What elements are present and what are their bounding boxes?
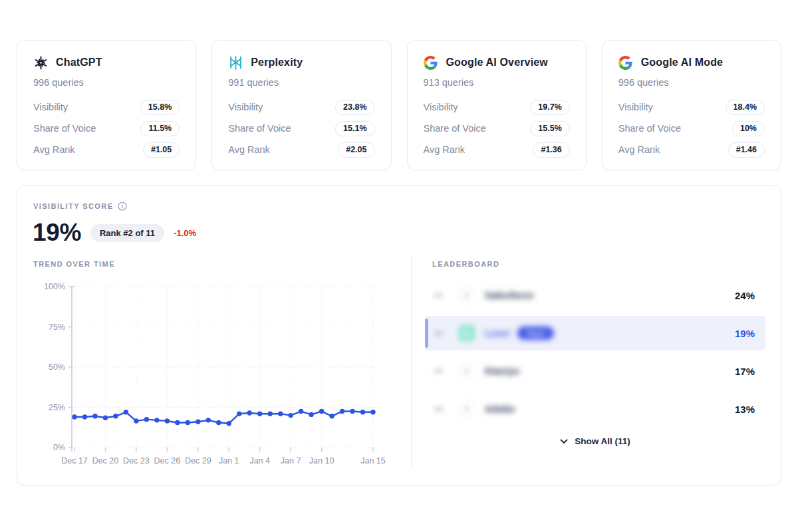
metric-value-pill: 15.1% [335,121,374,136]
visibility-value: 24% [735,290,755,301]
trend-over-time-label: TREND OVER TIME [33,260,396,268]
rank-label: #2 [434,329,458,337]
metric-value-pill: #1.05 [143,142,180,158]
visibility-score-header: VISIBILITY SCORE [33,201,127,211]
svg-text:Dec 17: Dec 17 [61,456,88,466]
metric-row: Share of Voice 11.5% [33,120,180,136]
svg-text:Jan 10: Jan 10 [309,456,334,466]
metric-row: Visibility 19.7% [424,99,570,115]
leaderboard-rows: #1 S Salesforce 24% #2 L Laser Yours 19%… [425,278,765,426]
google-icon [424,55,438,70]
company-avatar: L [458,325,475,342]
metric-value-pill: 23.8% [335,100,374,115]
svg-text:Dec 29: Dec 29 [185,456,211,466]
svg-text:0%: 0% [53,443,65,452]
svg-text:Dec 23: Dec 23 [123,456,150,466]
info-icon[interactable] [118,201,127,211]
leaderboard-row-3[interactable]: #3 K Klaviyo 17% [425,354,765,388]
rank-label: #4 [434,405,458,413]
card-perplexity-header: Perplexity [228,55,374,70]
company-name: Klaviyo [485,366,519,376]
metric-label: Avg Rank [424,144,466,155]
svg-text:25%: 25% [49,403,65,412]
metric-label: Visibility [33,102,68,112]
card-title: Google AI Overview [446,57,548,68]
svg-text:Dec 26: Dec 26 [154,456,181,466]
card-google-ai-overview-header: Google AI Overview [424,55,570,70]
leaderboard-label: LEADERBOARD [432,260,765,268]
visibility-score-label: VISIBILITY SCORE [33,202,113,210]
svg-text:Dec 20: Dec 20 [92,456,119,466]
trend-chart-canvas: Dec 17Dec 20Dec 23Dec 26Dec 29Jan 1Jan 4… [33,275,394,471]
card-chatgpt: ChatGPT 996 queries Visibility 15.8% Sha… [17,40,196,170]
metric-value-pill: #1.46 [728,142,765,158]
metric-row: Visibility 23.8% [228,99,374,115]
metric-label: Share of Voice [424,123,486,134]
leaderboard-row-1[interactable]: #1 S Salesforce 24% [425,278,765,313]
card-perplexity: Perplexity 991 queries Visibility 23.8% … [211,40,391,170]
card-queries: 996 queries [618,77,765,88]
visibility-score-card: VISIBILITY SCORE 19% Rank #2 of 11 -1.0%… [17,185,781,485]
card-queries: 991 queries [228,77,374,88]
company-avatar: A [458,400,475,418]
metric-row: Visibility 18.4% [618,99,765,115]
highlight-bar [425,319,428,348]
card-google-ai-mode: Google AI Mode 996 queries Visibility 18… [602,40,781,170]
metric-value-pill: 19.7% [530,100,569,115]
metric-value-pill: #1.36 [533,142,569,158]
platform-cards-row: ChatGPT 996 queries Visibility 15.8% Sha… [17,40,781,170]
leaderboard-row-4[interactable]: #4 A Adobe 13% [425,392,765,426]
card-chatgpt-header: ChatGPT [33,55,180,70]
metric-row: Visibility 15.8% [33,99,180,115]
company-name: Adobe [485,404,515,414]
metric-label: Visibility [228,102,263,112]
svg-text:50%: 50% [49,362,65,372]
metric-value-pill: 15.8% [140,100,180,115]
metric-row: Avg Rank #1.46 [618,142,765,158]
metric-value-pill: #2.05 [338,142,374,158]
metric-label: Share of Voice [228,123,291,134]
card-google-ai-overview: Google AI Overview 913 queries Visibilit… [407,40,587,170]
metric-label: Avg Rank [618,144,660,155]
metric-value-pill: 11.5% [140,121,180,136]
trend-over-time-section: TREND OVER TIME Dec 17Dec 20Dec 23Dec 26… [33,260,396,474]
show-all-label: Show All (11) [575,436,630,446]
metric-row: Avg Rank #1.05 [33,142,180,158]
metric-label: Share of Voice [618,123,681,134]
svg-text:Jan 1: Jan 1 [219,456,239,466]
svg-text:100%: 100% [44,282,65,291]
metric-row: Avg Rank #2.05 [228,142,374,158]
trend-chart: Dec 17Dec 20Dec 23Dec 26Dec 29Jan 1Jan 4… [33,275,396,474]
metric-label: Avg Rank [33,144,75,155]
card-google-ai-mode-header: Google AI Mode [618,55,765,70]
openai-icon [33,55,48,70]
metric-row: Share of Voice 10% [618,120,765,136]
card-queries: 996 queries [33,77,180,88]
metric-row: Share of Voice 15.5% [424,120,570,136]
company-name: Laser [485,328,511,338]
svg-text:75%: 75% [49,323,65,332]
score-row: 19% Rank #2 of 11 -1.0% [33,219,196,247]
show-all-button[interactable]: Show All (11) [425,436,765,446]
metric-row: Share of Voice 15.1% [228,120,374,136]
metric-label: Share of Voice [33,123,96,134]
card-title: ChatGPT [56,57,102,68]
svg-text:Jan 15: Jan 15 [360,456,386,466]
company-avatar: S [458,287,475,304]
card-title: Perplexity [251,57,303,68]
metric-label: Visibility [618,102,653,112]
metric-value-pill: 10% [732,121,765,136]
card-queries: 913 queries [424,77,570,88]
leaderboard-row-2-highlighted[interactable]: #2 L Laser Yours 19% [425,316,765,350]
svg-text:Jan 4: Jan 4 [249,456,270,466]
google-icon [618,55,633,70]
company-name: Salesforce [485,290,533,301]
rank-label: #1 [434,291,458,299]
company-avatar: K [458,362,475,380]
dashboard-page: ChatGPT 996 queries Visibility 15.8% Sha… [0,0,798,532]
leaderboard-section: LEADERBOARD #1 S Salesforce 24% #2 L Las… [425,260,765,446]
visibility-value: 13% [735,404,755,415]
metric-label: Avg Rank [228,144,270,155]
yours-badge: Yours [517,327,554,340]
score-delta: -1.0% [174,228,196,238]
